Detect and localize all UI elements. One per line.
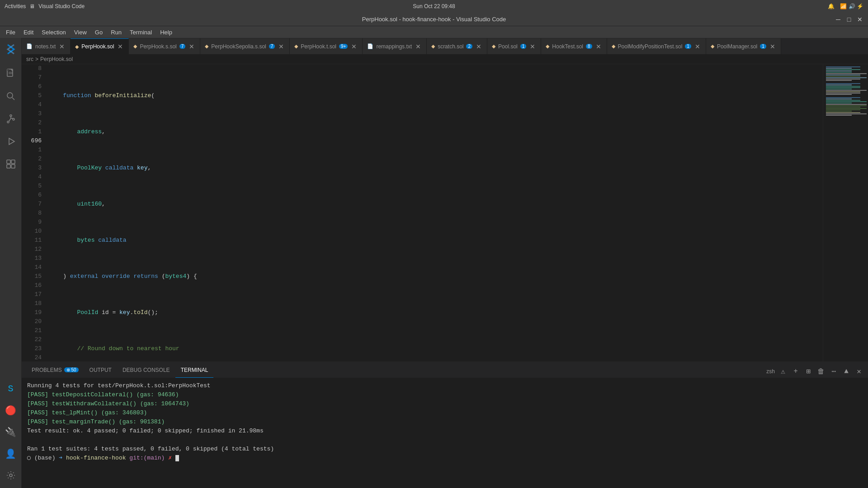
tab-perphook-sol[interactable]: ◆ PerpHook.sol ✕ bbox=[71, 38, 129, 54]
problems-badge: ⊗ 50 bbox=[64, 367, 79, 372]
menu-view[interactable]: View bbox=[71, 28, 90, 37]
title-bar-controls: ─ □ ✕ bbox=[835, 16, 863, 23]
system-bar-right: 🔔 📶 🔊 ⚡ bbox=[828, 3, 863, 9]
code-line-6: ) external override returns (bytes4) { bbox=[49, 272, 823, 281]
terminal-base: ◯ (base) bbox=[27, 455, 59, 461]
tab-badge-7b: 7 bbox=[269, 44, 275, 49]
activity-skype-icon[interactable]: S bbox=[2, 380, 20, 398]
panel-maximize-icon[interactable]: ▲ bbox=[842, 367, 851, 376]
panel-tab-terminal[interactable]: TERMINAL bbox=[175, 362, 214, 378]
panel-tab-problems[interactable]: PROBLEMS ⊗ 50 bbox=[26, 362, 84, 378]
minimize-button[interactable]: ─ bbox=[835, 16, 842, 23]
menu-terminal[interactable]: Terminal bbox=[126, 28, 156, 37]
tab-notes-txt[interactable]: 📄 notes.txt ✕ bbox=[22, 38, 71, 54]
menu-help[interactable]: Help bbox=[156, 28, 176, 37]
tab-scratch-sol[interactable]: ◆ scratch.sol 2 ✕ bbox=[427, 38, 487, 54]
terminal-pass-4: [PASS] test_marginTrade() (gas: 901381) bbox=[27, 418, 165, 425]
menu-selection[interactable]: Selection bbox=[38, 28, 69, 37]
tab-icon-sol-9: ◆ bbox=[711, 43, 714, 49]
tab-hooktest-sol[interactable]: ◆ HookTest.sol 8 ✕ bbox=[541, 38, 607, 54]
menu-file[interactable]: File bbox=[2, 28, 19, 37]
system-icons: 📶 🔊 ⚡ bbox=[840, 3, 863, 9]
code-line-7: PoolId id = key.toId(); bbox=[49, 308, 823, 317]
activity-git-icon[interactable] bbox=[2, 110, 20, 128]
panel-warning-icon: ⚠ bbox=[778, 367, 788, 376]
tab-bar: 📄 notes.txt ✕ ◆ PerpHook.sol ✕ ◆ PerpHoo… bbox=[22, 38, 868, 54]
terminal-line-5: [PASS] test_marginTrade() (gas: 901381) bbox=[27, 418, 863, 427]
breadcrumb-sep: > bbox=[35, 56, 38, 62]
problems-label: PROBLEMS bbox=[32, 367, 62, 373]
code-content[interactable]: function beforeInitialize( address, Pool… bbox=[45, 64, 823, 361]
panel-trash-icon[interactable]: 🗑 bbox=[816, 367, 826, 376]
activity-files-icon[interactable] bbox=[2, 65, 20, 83]
tab-close-pool[interactable]: ✕ bbox=[529, 43, 536, 50]
breadcrumb-file[interactable]: PerpHook.sol bbox=[40, 56, 73, 62]
main-layout: S 🔴 🔌 👤 📄 notes.txt ✕ ◆ PerpHook.sol bbox=[0, 38, 868, 488]
activity-plugin-icon[interactable]: 🔌 bbox=[2, 423, 20, 441]
tab-label-perphook: PerpHook.sol bbox=[81, 43, 114, 50]
tab-badge-1a: 1 bbox=[520, 44, 527, 49]
panel-shell-indicator: zsh bbox=[766, 368, 775, 375]
tab-poolmanager-sol[interactable]: ◆ PoolManager.sol 1 ✕ bbox=[706, 38, 781, 54]
tab-icon-sol-7: ◆ bbox=[546, 43, 549, 49]
vscode-label[interactable]: Visual Studio Code bbox=[38, 3, 85, 9]
tab-badge-2: 2 bbox=[466, 44, 472, 49]
terminal-text-1: Running 4 tests for test/PerpHook.t.sol:… bbox=[27, 382, 211, 389]
activity-search-icon[interactable] bbox=[2, 87, 20, 105]
panel-add-terminal-icon[interactable]: + bbox=[791, 367, 800, 376]
tab-close-remappings[interactable]: ✕ bbox=[415, 43, 422, 50]
tab-close-notes[interactable]: ✕ bbox=[58, 43, 66, 50]
tab-close-poolmodify[interactable]: ✕ bbox=[694, 43, 701, 50]
activity-debug-icon[interactable] bbox=[2, 132, 20, 150]
panel-tabs: PROBLEMS ⊗ 50 OUTPUT DEBUG CONSOLE TERMI… bbox=[22, 362, 868, 378]
maximize-button[interactable]: □ bbox=[845, 16, 853, 23]
svg-line-5 bbox=[12, 98, 14, 100]
code-scroll-wrapper[interactable]: 8 7 6 5 4 3 2 1 696 1 2 3 4 5 6 7 8 bbox=[22, 64, 823, 361]
content-area: 📄 notes.txt ✕ ◆ PerpHook.sol ✕ ◆ PerpHoo… bbox=[22, 38, 868, 488]
panel-close-icon[interactable]: ✕ bbox=[854, 367, 863, 376]
tab-remappings-txt[interactable]: 📄 remappings.txt ✕ bbox=[363, 38, 427, 54]
panel-more-icon[interactable]: ⋯ bbox=[829, 367, 838, 376]
tab-badge-9: 9+ bbox=[339, 44, 348, 49]
tab-close-perphooks[interactable]: ✕ bbox=[188, 43, 195, 50]
tab-perphooksepolia-sol[interactable]: ◆ PerpHookSepolia.s.sol 7 ✕ bbox=[200, 38, 290, 54]
activity-user-icon[interactable]: 👤 bbox=[2, 445, 20, 463]
tab-close-perphooksepolia[interactable]: ✕ bbox=[278, 43, 285, 50]
bell-icon[interactable]: 🔔 bbox=[828, 3, 835, 9]
tab-close-poolmanager[interactable]: ✕ bbox=[769, 43, 776, 50]
tab-close-perphookt[interactable]: ✕ bbox=[350, 43, 358, 50]
activities-label[interactable]: Activities bbox=[5, 3, 26, 9]
breadcrumb-src[interactable]: src bbox=[26, 56, 33, 62]
system-bar-left: Activities 🖥 Visual Studio Code bbox=[5, 3, 85, 9]
tab-perphookt-sol[interactable]: ◆ PerpHook.t.sol 9+ ✕ bbox=[290, 38, 363, 54]
tab-close-hooktest[interactable]: ✕ bbox=[595, 43, 602, 50]
terminal-content[interactable]: Running 4 tests for test/PerpHook.t.sol:… bbox=[22, 378, 868, 488]
tab-icon-sol-6: ◆ bbox=[492, 43, 495, 49]
tab-badge-8: 8 bbox=[586, 44, 592, 49]
tab-pool-sol[interactable]: ◆ Pool.sol 1 ✕ bbox=[487, 38, 541, 54]
code-line-8: // Round down to nearest hour bbox=[49, 344, 823, 353]
tab-icon-sol-8: ◆ bbox=[612, 43, 615, 49]
menu-run[interactable]: Run bbox=[107, 28, 125, 37]
tab-close-perphook[interactable]: ✕ bbox=[117, 43, 124, 50]
code-line-5: bytes calldata bbox=[49, 236, 823, 245]
menu-edit[interactable]: Edit bbox=[20, 28, 37, 37]
panel-tab-output[interactable]: OUTPUT bbox=[84, 362, 117, 378]
activity-extensions-icon[interactable] bbox=[2, 155, 20, 173]
menu-go[interactable]: Go bbox=[91, 28, 106, 37]
vscode-app-icon: 🖥 bbox=[29, 3, 35, 9]
tab-icon-sol-2: ◆ bbox=[133, 43, 137, 49]
terminal-line-7: Ran 1 test suites: 4 tests passed, 0 fai… bbox=[27, 445, 863, 454]
svg-rect-1 bbox=[7, 69, 9, 71]
tab-label-poolmodify: PoolModifyPositionTest.sol bbox=[618, 43, 683, 50]
tab-poolmodify-sol[interactable]: ◆ PoolModifyPositionTest.sol 1 ✕ bbox=[607, 38, 706, 54]
terminal-pass-3: [PASS] test_lpMint() (gas: 346803) bbox=[27, 409, 147, 416]
tab-close-scratch[interactable]: ✕ bbox=[475, 43, 482, 50]
activity-settings-icon[interactable] bbox=[2, 466, 20, 484]
activity-ubuntu-icon[interactable]: 🔴 bbox=[2, 401, 20, 419]
system-bar: Activities 🖥 Visual Studio Code Sun Oct … bbox=[0, 0, 868, 13]
close-button[interactable]: ✕ bbox=[856, 16, 863, 23]
tab-perphooks-sol[interactable]: ◆ PerpHook.s.sol 7 ✕ bbox=[129, 38, 200, 54]
panel-split-icon[interactable]: ⊞ bbox=[804, 367, 813, 376]
panel-tab-debug-console[interactable]: DEBUG CONSOLE bbox=[117, 362, 175, 378]
